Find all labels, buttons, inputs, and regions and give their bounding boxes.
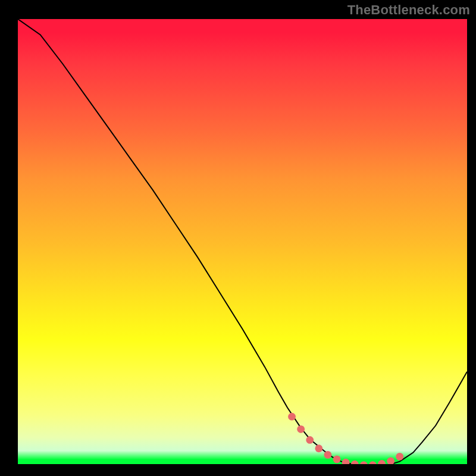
highlight-marker (342, 459, 350, 464)
highlight-marker (387, 458, 394, 464)
highlight-markers (18, 19, 467, 464)
highlight-marker (369, 461, 377, 464)
highlight-marker (288, 413, 296, 421)
highlight-marker (315, 444, 322, 452)
highlight-marker (333, 455, 341, 463)
highlight-marker (351, 461, 359, 464)
highlight-marker (324, 451, 332, 459)
highlight-marker (360, 461, 368, 464)
highlight-marker (396, 453, 403, 461)
highlight-marker (306, 436, 314, 444)
highlight-marker (297, 425, 305, 433)
highlight-marker (378, 460, 386, 464)
plot-area (18, 19, 467, 464)
watermark-text: TheBottleneck.com (347, 2, 470, 18)
